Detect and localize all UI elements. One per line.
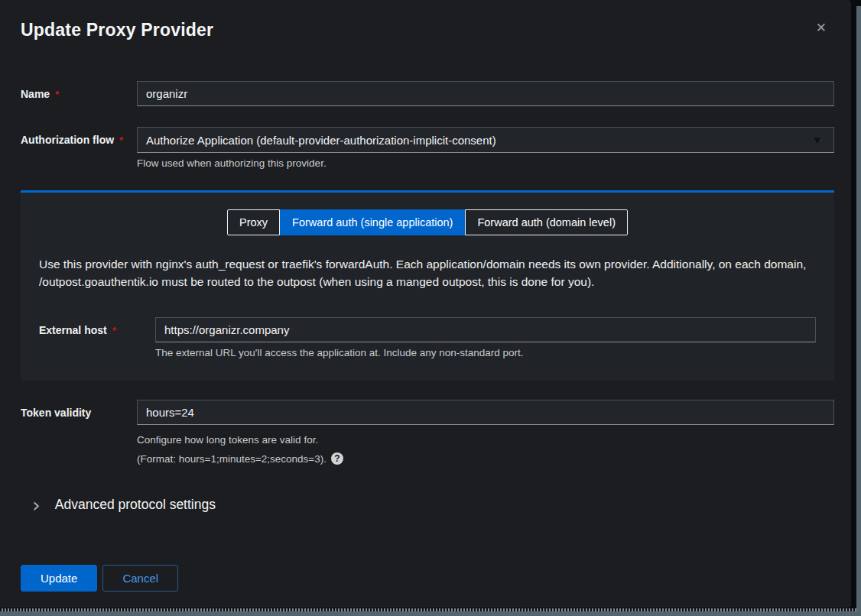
authorization-flow-selected-value: Authorize Application (default-provider-… [146, 134, 496, 147]
authorization-flow-select[interactable]: Authorize Application (default-provider-… [137, 127, 834, 153]
authorization-flow-label: Authorization flow* [21, 127, 137, 146]
form-row-token-validity: Token validity Configure how long tokens… [21, 400, 834, 465]
token-validity-label: Token validity [21, 400, 137, 419]
modal-body: Name* Authorization flow* Authorize Appl… [0, 81, 851, 592]
help-icon[interactable]: ? [331, 452, 343, 465]
proxy-mode-toggle-group: Proxy Forward auth (single application) … [39, 209, 816, 235]
required-indicator: * [119, 135, 123, 146]
external-host-help-text: The external URL you'll access the appli… [155, 347, 816, 359]
proxy-mode-card: Proxy Forward auth (single application) … [21, 190, 834, 381]
tab-forward-auth-single-application[interactable]: Forward auth (single application) [280, 209, 465, 235]
name-field[interactable] [137, 81, 834, 106]
page-background-edge-right [856, 6, 861, 616]
update-proxy-provider-modal: Update Proxy Provider ✕ Name* Authorizat… [0, 0, 851, 608]
form-row-external-host: External host* The external URL you'll a… [39, 317, 816, 359]
advanced-protocol-settings-expander[interactable]: › Advanced protocol settings [21, 497, 834, 513]
advanced-protocol-settings-label: Advanced protocol settings [55, 497, 216, 513]
external-host-field[interactable] [155, 317, 816, 342]
tab-forward-auth-domain-level[interactable]: Forward auth (domain level) [465, 209, 628, 235]
page-background-edge-bottom [0, 611, 861, 616]
external-host-label: External host* [39, 317, 155, 336]
modal-footer: Update Cancel [21, 565, 834, 592]
token-validity-help-text: Configure how long tokens are valid for. [137, 434, 834, 446]
modal-header: Update Proxy Provider ✕ [0, 0, 851, 41]
page-background: Update Proxy Provider ✕ Name* Authorizat… [0, 0, 861, 616]
form-row-name: Name* [21, 81, 834, 106]
page-title: Update Proxy Provider [21, 20, 834, 41]
required-indicator: * [55, 89, 59, 100]
token-validity-format-help: (Format: hours=1;minutes=2;seconds=3). ? [137, 452, 834, 465]
required-indicator: * [112, 325, 116, 336]
mode-description: Use this provider with nginx's auth_requ… [39, 255, 816, 290]
cancel-button[interactable]: Cancel [102, 565, 178, 592]
chevron-down-icon: ▼ [814, 135, 820, 145]
authorization-flow-help-text: Flow used when authorizing this provider… [137, 157, 834, 170]
close-icon[interactable]: ✕ [816, 21, 827, 34]
token-validity-field[interactable] [137, 400, 834, 425]
chevron-right-icon: › [32, 498, 41, 513]
form-row-authorization-flow: Authorization flow* Authorize Applicatio… [21, 127, 834, 170]
modal-bottom-dotted-edge [0, 608, 856, 611]
name-label: Name* [21, 81, 137, 100]
tab-proxy[interactable]: Proxy [227, 209, 280, 235]
update-button[interactable]: Update [21, 565, 97, 592]
